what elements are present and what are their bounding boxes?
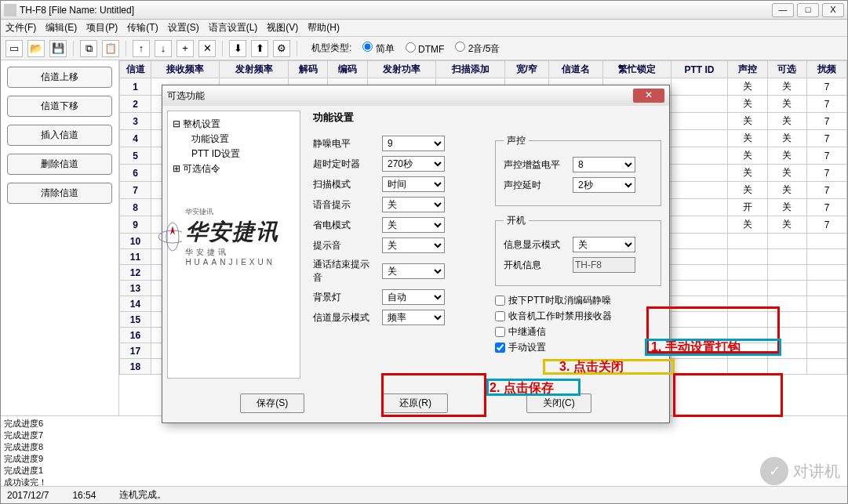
col-header[interactable]: 发射功率 [368,61,436,78]
col-header[interactable]: 接收频率 [151,61,220,78]
menu-help[interactable]: 帮助(H) [308,21,340,34]
model-label: 机型类型: [311,42,351,55]
insert-icon[interactable]: + [177,40,194,57]
toolbar: ▭ 📂 💾 ⧉ 📋 ↑ ↓ + ✕ ⬇ ⬆ ⚙ 机型类型: 简单 DTMF 2音… [1,37,847,60]
anno-box-3 [673,373,783,417]
close-button[interactable]: 关闭(C) [526,393,591,413]
sel-信道显示模式[interactable]: 频率 [382,310,445,325]
write-icon[interactable]: ⬆ [251,40,268,57]
copy-icon[interactable]: ⧉ [80,40,97,57]
col-header[interactable]: 发射频率 [220,61,288,78]
boot-group: 开机 信息显示模式关 开机信息 [495,214,661,286]
minimize-button[interactable]: — [772,3,794,17]
col-header[interactable]: 扰频 [807,61,847,78]
panel-title: 功能设置 [313,111,661,125]
col-header[interactable]: 信道名 [548,61,602,78]
sel-静噪电平[interactable]: 9 [382,136,445,151]
down-icon[interactable]: ↓ [155,40,172,57]
chk-manual[interactable] [495,343,505,353]
maximize-button[interactable]: □ [797,3,819,17]
window-title: TH-F8 [File Name: Untitled] [20,5,134,16]
sel-语音提示[interactable]: 关 [382,197,445,212]
chk-radio-disable[interactable] [495,311,505,321]
config-icon[interactable]: ⚙ [273,40,290,57]
chk-ptt-cancel[interactable] [495,296,505,306]
channel-up-button[interactable]: 信道上移 [7,67,112,88]
delete-channel-button[interactable]: 删除信道 [7,154,112,175]
close-button[interactable]: X [822,3,844,17]
col-header[interactable]: 扫描添加 [436,61,504,78]
col-header[interactable]: 宽/窄 [504,61,548,78]
menubar: 文件(F) 编辑(E) 项目(P) 传输(T) 设置(S) 语言设置(L) 视图… [1,20,847,37]
anno-box-2 [381,373,486,417]
radio-simple[interactable]: 简单 [362,42,394,56]
paste-icon[interactable]: 📋 [102,40,119,57]
col-header[interactable]: 可选 [767,61,807,78]
menu-language[interactable]: 语言设置(L) [209,21,258,34]
statusbar: 2017/12/7 16:54 连机完成。 [1,486,847,503]
sel-背景灯[interactable]: 自动 [382,289,445,305]
boot-msg-input[interactable] [573,257,635,273]
save-button[interactable]: 保存(S) [240,393,304,413]
wechat-icon: ✓ [760,457,788,485]
read-icon[interactable]: ⬇ [229,40,246,57]
menu-file[interactable]: 文件(F) [5,21,36,34]
col-header[interactable]: 信道 [120,61,151,78]
titlebar: TH-F8 [File Name: Untitled] — □ X [1,1,847,20]
chk-repeater[interactable] [495,327,505,337]
menu-settings[interactable]: 设置(S) [168,21,199,34]
dialog-title: 可选功能 [167,89,205,103]
col-header[interactable]: 解码 [288,61,328,78]
vox-delay-select[interactable]: 2秒 [573,177,635,193]
delete-icon[interactable]: ✕ [198,40,216,57]
radio-dtmf[interactable]: DTMF [406,42,445,55]
sel-超时定时器[interactable]: 270秒 [382,156,445,172]
app-icon [4,4,16,16]
menu-edit[interactable]: 编辑(E) [45,21,77,34]
status-msg: 连机完成。 [119,488,166,502]
sel-省电模式[interactable]: 关 [382,217,445,233]
boot-display-select[interactable]: 关 [573,237,635,252]
watermark-logo: 华安捷讯 华安捷讯 华安捷讯 HUAANJIEXUN [157,207,298,267]
open-icon[interactable]: 📂 [27,40,45,57]
sel-扫描模式[interactable]: 时间 [382,176,445,192]
vox-gain-select[interactable]: 8 [573,157,635,172]
radio-tone[interactable]: 2音/5音 [455,42,500,56]
save-icon[interactable]: 💾 [49,40,67,57]
wechat-overlay: ✓ 对讲机 [760,457,840,485]
col-header[interactable]: 声控 [728,61,768,78]
anno-box-3b [543,359,675,375]
col-header[interactable]: 编码 [328,61,368,78]
log-panel: 完成进度6完成进度7完成进度8完成进度9完成进度1成功读完！端口关闭。 [1,415,847,486]
up-icon[interactable]: ↑ [133,40,150,57]
menu-view[interactable]: 视图(V) [267,21,298,34]
col-header[interactable]: 繁忙锁定 [602,61,671,78]
anno-box-2b [486,379,580,396]
sidebar: 信道上移 信道下移 插入信道 删除信道 清除信道 [1,60,118,415]
col-header[interactable]: PTT ID [671,61,728,78]
sel-通话结束提示音[interactable]: 关 [382,263,445,279]
tree-func[interactable]: 功能设置 [191,132,295,146]
status-time: 16:54 [72,490,96,501]
anno-box-1b [645,339,781,356]
dialog-close-icon[interactable]: ✕ [633,89,664,103]
insert-channel-button[interactable]: 插入信道 [7,125,112,146]
vox-group: 声控 声控增益电平8 声控延时2秒 [495,134,661,206]
status-date: 2017/12/7 [7,490,49,501]
sel-提示音[interactable]: 关 [382,237,445,253]
menu-transfer[interactable]: 传输(T) [127,21,158,34]
channel-down-button[interactable]: 信道下移 [7,96,112,117]
clear-channel-button[interactable]: 清除信道 [7,183,112,204]
new-icon[interactable]: ▭ [5,40,23,57]
tree-pttid[interactable]: PTT ID设置 [191,147,295,161]
menu-project[interactable]: 项目(P) [86,21,118,34]
